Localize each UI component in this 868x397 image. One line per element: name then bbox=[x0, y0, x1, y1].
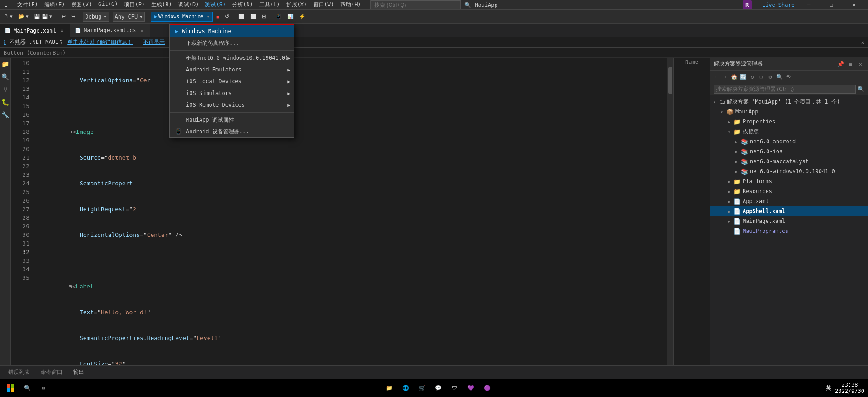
breadcrumb-item[interactable]: Button (CounterBtn) bbox=[4, 50, 66, 56]
taskbar-store-icon[interactable]: 🛒 bbox=[415, 381, 429, 395]
toolbar-redo-btn[interactable]: ↪ bbox=[69, 12, 77, 22]
menu-file[interactable]: 文件(F) bbox=[14, 0, 41, 9]
taskbar-files-icon[interactable]: 📁 bbox=[382, 381, 396, 395]
android-expand-icon[interactable]: ▶ bbox=[734, 139, 739, 144]
sol-collapse-all-btn[interactable]: ⊟ bbox=[757, 73, 765, 81]
dropdown-item-ios-sim[interactable]: iOS Simulators ▶ bbox=[170, 87, 294, 99]
tree-item-deps[interactable]: ▾ 📁 依赖项 bbox=[710, 127, 868, 137]
menu-tools[interactable]: 工具(L) bbox=[257, 0, 283, 9]
layout-btn-1[interactable]: ⬜ bbox=[237, 12, 247, 22]
taskbar-lang[interactable]: 英 bbox=[826, 384, 831, 392]
dropdown-item-download-emulator[interactable]: 下载新的仿真程序... bbox=[170, 37, 294, 49]
panel-close-btn[interactable]: ✕ bbox=[856, 60, 864, 68]
sol-forward-btn[interactable]: → bbox=[721, 73, 729, 81]
maximize-button[interactable]: □ bbox=[821, 0, 842, 10]
tab-mainpage-xaml[interactable]: 📄 MainPage.xaml ✕ bbox=[0, 24, 70, 37]
stop-btn[interactable]: ■ bbox=[215, 12, 221, 22]
panel-menu-btn[interactable]: ≡ bbox=[846, 60, 854, 68]
taskbar-clock[interactable]: 23:38 2022/9/30 bbox=[835, 382, 864, 394]
resources-expand-icon[interactable]: ▶ bbox=[726, 189, 732, 194]
menu-window[interactable]: 窗口(W) bbox=[310, 0, 337, 9]
scroll-thumb[interactable] bbox=[668, 67, 672, 94]
dropdown-item-ios-local[interactable]: iOS Local Devices ▶ bbox=[170, 76, 294, 87]
taskbar-vs-icon[interactable]: 💜 bbox=[463, 381, 478, 395]
menu-view[interactable]: 视图(V) bbox=[68, 0, 95, 9]
sol-sync-btn[interactable]: 🔄 bbox=[739, 73, 747, 81]
sol-refresh-btn[interactable]: ↻ bbox=[748, 73, 756, 81]
taskbar-search-icon[interactable]: 🔍 bbox=[20, 381, 34, 395]
properties-expand-icon[interactable]: ▶ bbox=[726, 119, 732, 124]
info-link-2[interactable]: 不再显示 bbox=[143, 38, 165, 46]
panel-pin-btn[interactable]: 📌 bbox=[836, 60, 844, 68]
tree-item-android[interactable]: ▶ 📚 net6.0-android bbox=[710, 137, 868, 147]
layout-btn-3[interactable]: ⊞ bbox=[260, 12, 268, 22]
bottom-tab-errors[interactable]: 错误列表 bbox=[4, 367, 34, 378]
toolbar-extra-1[interactable]: 📊 bbox=[286, 12, 296, 22]
activity-explorer-icon[interactable]: 📁 bbox=[1, 60, 10, 69]
device-mgr-btn[interactable]: 📱 bbox=[274, 12, 284, 22]
platforms-expand-icon[interactable]: ▶ bbox=[726, 179, 732, 184]
sol-back-btn[interactable]: ← bbox=[712, 73, 720, 81]
tree-item-properties[interactable]: ▶ 📁 Properties bbox=[710, 117, 868, 127]
menu-debug[interactable]: 调试(D) bbox=[176, 0, 202, 9]
bottom-tab-output[interactable]: 输出 bbox=[69, 367, 89, 378]
dropdown-item-android-mgr[interactable]: 📱 Android 设备管理器... bbox=[170, 126, 294, 137]
debug-config-dropdown[interactable]: Debug ▾ bbox=[83, 12, 109, 22]
sol-preview-btn[interactable]: 👁 bbox=[784, 73, 792, 81]
windows-expand-icon[interactable]: ▶ bbox=[734, 169, 739, 174]
taskbar-vs-dev-icon[interactable]: 🟣 bbox=[480, 381, 494, 395]
tree-item-ios[interactable]: ▶ 📚 net6.0-ios bbox=[710, 147, 868, 156]
close-button[interactable]: ✕ bbox=[844, 0, 864, 10]
solution-root[interactable]: ▾ 🗂 解决方案 'MauiApp' (1 个项目，共 1 个) bbox=[710, 97, 868, 107]
code-content[interactable]: VerticalOptions="Cer ⊟<Image Source="dot… bbox=[33, 58, 667, 365]
mauiapp-expand-icon[interactable]: ▾ bbox=[719, 109, 725, 114]
menu-analyze[interactable]: 分析(N) bbox=[229, 0, 256, 9]
tab-mainpage-xaml-close[interactable]: ✕ bbox=[59, 28, 65, 34]
tree-item-appshell-xaml[interactable]: ▶ 📄 AppShell.xaml bbox=[710, 206, 868, 216]
ios-expand-icon[interactable]: ▶ bbox=[734, 149, 739, 154]
dropdown-item-ios-remote[interactable]: iOS Remote Devices ▶ bbox=[170, 99, 294, 111]
deps-expand-icon[interactable]: ▾ bbox=[726, 129, 732, 134]
collapse-icon-12[interactable]: ⊟ bbox=[69, 128, 72, 136]
toolbar-new-file-btn[interactable]: 🗋 ▾ bbox=[2, 12, 14, 22]
activity-search-icon[interactable]: 🔍 bbox=[1, 72, 10, 81]
restart-btn[interactable]: ↺ bbox=[223, 12, 231, 22]
run-dropdown-arrow[interactable]: ▾ bbox=[206, 14, 210, 19]
platform-dropdown[interactable]: Any CPU ▾ bbox=[113, 12, 145, 22]
mainpage-xaml-expand-icon[interactable]: ▶ bbox=[726, 218, 732, 224]
solution-expand-icon[interactable]: ▾ bbox=[712, 99, 717, 104]
live-share-label[interactable]: Live Share bbox=[762, 2, 795, 8]
tree-item-resources[interactable]: ▶ 📁 Resources bbox=[710, 186, 868, 196]
activity-debug-icon[interactable]: 🐛 bbox=[1, 98, 10, 107]
menu-test[interactable]: 测试(S) bbox=[202, 0, 229, 9]
global-search-input[interactable] bbox=[370, 0, 461, 9]
menu-build[interactable]: 生成(B) bbox=[148, 0, 175, 9]
collapse-icon-18[interactable]: ⊟ bbox=[69, 282, 72, 291]
menu-git[interactable]: Git(G) bbox=[95, 0, 120, 9]
taskbar-chat-icon[interactable]: 💬 bbox=[431, 381, 445, 395]
tree-item-mauiapp[interactable]: ▾ 📦 MauiApp bbox=[710, 107, 868, 117]
tree-item-platforms[interactable]: ▶ 📁 Platforms bbox=[710, 176, 868, 186]
menu-project[interactable]: 项目(P) bbox=[121, 0, 148, 9]
dropdown-item-windows-machine[interactable]: ▶ Windows Machine bbox=[170, 25, 294, 37]
sol-filter-btn[interactable]: 🔍 bbox=[775, 73, 783, 81]
activity-extensions-icon[interactable]: 🔧 bbox=[1, 110, 10, 119]
activity-git-icon[interactable]: ⑂ bbox=[1, 85, 10, 94]
toolbar-save-btn[interactable]: 💾 💾 ▾ bbox=[32, 12, 54, 22]
appshell-xaml-expand-icon[interactable]: ▶ bbox=[726, 208, 732, 214]
minimize-button[interactable]: ─ bbox=[798, 0, 819, 10]
toolbar-extra-2[interactable]: ⚡ bbox=[297, 12, 307, 22]
menu-help[interactable]: 帮助(H) bbox=[338, 0, 364, 9]
dropdown-item-framework[interactable]: 框架(net6.0-windows10.0.19041.0) ▶ bbox=[170, 52, 294, 64]
tree-item-mainpage-xaml[interactable]: ▶ 📄 MainPage.xaml bbox=[710, 216, 868, 226]
taskbar-shield-icon[interactable]: 🛡 bbox=[447, 381, 462, 395]
run-target-dropdown[interactable]: ▶ Windows Machine 下载新的仿真程序... 框架(net6.0-… bbox=[169, 24, 294, 138]
taskbar-widget-icon[interactable]: ⊞ bbox=[36, 381, 51, 395]
tree-item-windows[interactable]: ▶ 📚 net6.0-windows10.0.19041.0 bbox=[710, 166, 868, 176]
toolbar-open-btn[interactable]: 📂 ▾ bbox=[16, 12, 30, 22]
bottom-tab-command[interactable]: 命令窗口 bbox=[36, 367, 67, 378]
menu-edit[interactable]: 编辑(E) bbox=[42, 0, 68, 9]
code-editor[interactable]: 10 11 12 13 14 15 16 17 18 19 20 21 22 2… bbox=[11, 58, 673, 365]
menu-extensions[interactable]: 扩展(X) bbox=[284, 0, 310, 9]
info-link-1[interactable]: 单击此处以了解详细信息！ bbox=[67, 38, 133, 46]
